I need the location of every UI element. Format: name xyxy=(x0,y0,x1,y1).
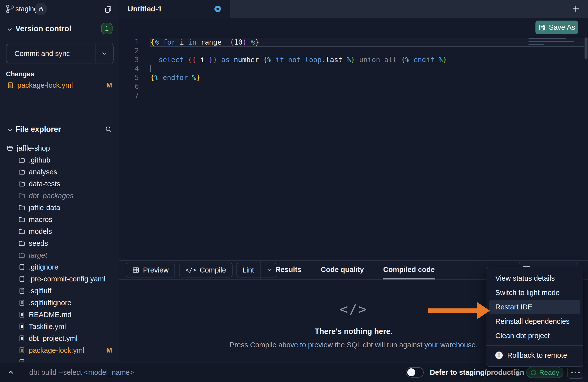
version-control-title: Version control xyxy=(15,24,71,33)
lint-button[interactable]: Lint xyxy=(236,263,276,277)
empty-state-subtitle: Press Compile above to preview the SQL d… xyxy=(230,341,478,349)
file-name: macros xyxy=(29,216,52,224)
file-explorer-header[interactable]: File explorer xyxy=(0,120,119,139)
file-tree-item-target[interactable]: target xyxy=(0,249,119,261)
folder-icon xyxy=(18,157,25,164)
editor-scrollbar[interactable] xyxy=(585,37,588,59)
sidebar: staging Version control 1 Commit and syn… xyxy=(0,0,119,362)
file-name: package-lock.yml xyxy=(29,346,84,355)
file-icon xyxy=(18,358,25,362)
file-name: jaffle-shop xyxy=(17,144,50,152)
file-tree-item-.pre-commit-config.yaml[interactable]: .pre-commit-config.yaml xyxy=(0,273,119,285)
menu-item-rollback-to-remote[interactable]: !Rollback to remote xyxy=(489,348,580,362)
menu-item-view-status-details[interactable]: View status details xyxy=(489,271,580,285)
code-editor[interactable]: 1234567 {% for i in range (10) %} select… xyxy=(119,37,588,260)
code-icon: </> xyxy=(185,267,196,273)
menu-item-label: Reinstall dependencies xyxy=(495,317,570,326)
panel-tab-code-quality[interactable]: Code quality xyxy=(320,261,364,279)
tab-untitled-1[interactable]: Untitled-1 xyxy=(119,0,230,18)
file-icon xyxy=(18,275,25,283)
text-cursor xyxy=(150,65,151,72)
file-tree-item-macros[interactable]: macros xyxy=(0,214,119,225)
changed-file-row[interactable]: package-lock.yml M xyxy=(0,79,119,91)
file-icon xyxy=(18,263,25,271)
file-name: .gitignore xyxy=(29,263,58,271)
panel-tab-results[interactable]: Results xyxy=(275,261,302,279)
menu-item-label: Switch to light mode xyxy=(495,289,560,297)
compile-button[interactable]: </> Compile xyxy=(179,263,233,277)
command-input[interactable]: dbt build --select <model_name> xyxy=(29,362,134,382)
line-number: 3 xyxy=(119,55,139,64)
line-number: 4 xyxy=(119,64,139,73)
file-name: Taskfile.yml xyxy=(29,323,66,331)
branch-lock-badge xyxy=(35,3,47,15)
menu-item-restart-ide[interactable]: Restart IDE xyxy=(489,300,580,314)
file-explorer-title: File explorer xyxy=(15,125,61,134)
file-icon xyxy=(18,299,25,306)
version-control-header[interactable]: Version control 1 xyxy=(0,23,119,36)
menu-item-reinstall-dependencies[interactable]: Reinstall dependencies xyxy=(489,314,580,328)
file-tree-item-data-tests[interactable]: data-tests xyxy=(0,178,119,190)
search-icon[interactable] xyxy=(105,125,113,133)
modified-status-badge: M xyxy=(106,81,112,89)
panel-tabs: ResultsCode qualityCompiled code xyxy=(275,261,435,279)
file-tree-item-.sqlfluffignore[interactable]: .sqlfluffignore xyxy=(0,297,119,309)
status-context-menu: View status detailsSwitch to light modeR… xyxy=(486,267,583,367)
lint-dropdown[interactable] xyxy=(263,263,276,277)
defer-toggle[interactable] xyxy=(406,367,424,378)
line-number: 5 xyxy=(119,73,139,82)
status-bar-divider xyxy=(21,362,21,382)
chevron-down-icon xyxy=(7,127,13,133)
changed-file-name: package-lock.yml xyxy=(17,81,73,89)
panel-tab-compiled-code[interactable]: Compiled code xyxy=(383,261,435,279)
file-tree-item-jaffle-data[interactable]: jaffle-data xyxy=(0,202,119,214)
file-tree-item-.sqlfluff[interactable]: .sqlfluff xyxy=(0,285,119,297)
commit-and-sync-button[interactable]: Commit and sync xyxy=(6,44,114,63)
save-as-button[interactable]: Save As xyxy=(535,21,578,34)
file-icon xyxy=(18,323,25,330)
ready-status-badge[interactable]: Ready xyxy=(526,367,563,378)
file-tree-item-Taskfile.yml[interactable]: Taskfile.yml xyxy=(0,321,119,332)
file-tree-item-dbt_project.yml[interactable]: dbt_project.yml xyxy=(0,332,119,344)
status-menu-button[interactable] xyxy=(567,366,583,379)
file-tree-item-.gitignore[interactable]: .gitignore xyxy=(0,261,119,273)
menu-divider xyxy=(486,345,583,346)
file-icon xyxy=(18,335,25,342)
preview-button[interactable]: Preview xyxy=(126,263,175,277)
help-icon[interactable]: ? xyxy=(514,369,521,376)
toggle-knob xyxy=(407,368,415,376)
file-tree: jaffle-shop.githubanalysesdata-testsdbt_… xyxy=(0,142,119,362)
file-tree-item-.github[interactable]: .github xyxy=(0,154,119,166)
code-line-5: {% endfor %} xyxy=(150,73,584,82)
copy-branch-icon[interactable] xyxy=(103,4,114,15)
file-explorer-section: File explorer jaffle-shop.githubanalyses… xyxy=(0,120,119,362)
plus-icon xyxy=(571,4,580,13)
file-icon xyxy=(18,347,25,354)
folder-icon xyxy=(18,204,25,211)
code-line-1: {% for i in range (10) %} xyxy=(150,38,584,47)
file-tree-item-models[interactable]: models xyxy=(0,225,119,237)
file-tree-item-jaffle-shop[interactable]: jaffle-shop xyxy=(0,142,119,154)
file-tree-item-analyses[interactable]: analyses xyxy=(0,166,119,178)
branch-name: staging xyxy=(15,0,38,18)
file-tree-item-README.md[interactable]: README.md xyxy=(0,309,119,321)
menu-item-clean-dbt-project[interactable]: Clean dbt project xyxy=(489,328,580,343)
file-tree-item[interactable] xyxy=(0,356,119,362)
editor-header: Save As xyxy=(119,18,588,37)
line-number-gutter: 1234567 xyxy=(119,38,139,100)
file-tree-item-dbt_packages[interactable]: dbt_packages xyxy=(0,190,119,202)
line-number: 6 xyxy=(119,82,139,91)
folder-icon xyxy=(18,240,25,247)
new-tab-button[interactable] xyxy=(568,0,584,18)
menu-item-label: Restart IDE xyxy=(495,303,532,311)
menu-item-label: Rollback to remote xyxy=(507,351,567,359)
commit-options-dropdown[interactable] xyxy=(95,44,113,63)
expand-command-bar-button[interactable] xyxy=(4,362,17,382)
file-name: README.md xyxy=(29,311,71,319)
file-tree-item-package-lock.yml[interactable]: package-lock.ymlM xyxy=(0,344,119,356)
folder-icon xyxy=(18,252,25,259)
file-name: .pre-commit-config.yaml xyxy=(29,275,105,283)
file-tree-item-seeds[interactable]: seeds xyxy=(0,237,119,249)
line-number: 7 xyxy=(119,91,139,100)
menu-item-switch-to-light-mode[interactable]: Switch to light mode xyxy=(489,285,580,300)
